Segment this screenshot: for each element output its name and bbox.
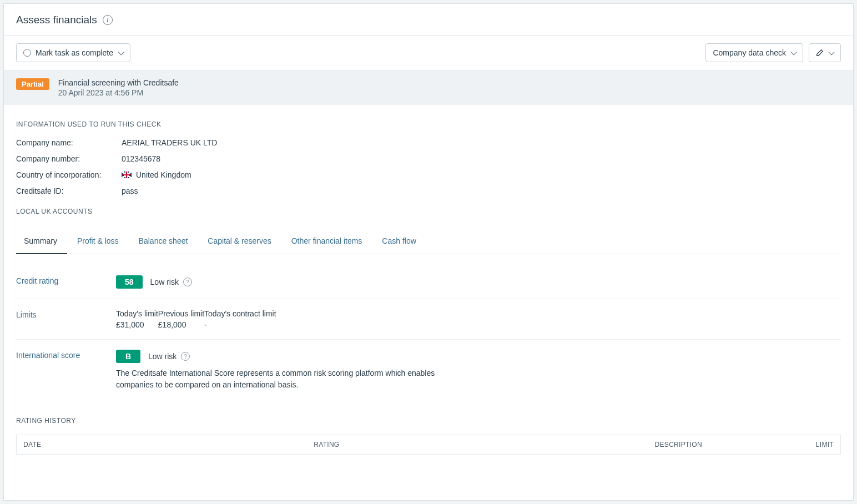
info-section-heading: INFORMATION USED TO RUN THIS CHECK	[16, 120, 841, 128]
credit-score-badge: 58	[116, 275, 143, 289]
tab-profit-loss[interactable]: Profit & loss	[67, 229, 129, 254]
col-description: DESCRIPTION	[346, 435, 709, 455]
status-info: Financial screening with Creditsafe 20 A…	[58, 78, 179, 97]
limits-value: Today's limit £31,000 Previous limit £18…	[116, 309, 841, 329]
tab-cash-flow[interactable]: Cash flow	[372, 229, 426, 254]
circle-icon	[23, 49, 31, 57]
country-text: United Kingdom	[136, 170, 191, 179]
contract-limit-value: -	[204, 320, 276, 329]
international-desc-line1: The Creditsafe International Score repre…	[116, 367, 841, 379]
status-bar: Partial Financial screening with Credits…	[4, 70, 853, 105]
rating-history-heading: RATING HISTORY	[16, 417, 841, 425]
help-icon[interactable]: ?	[181, 352, 190, 361]
previous-limit-value: £18,000	[158, 320, 204, 329]
company-number-label: Company number:	[16, 154, 122, 163]
tab-capital-reserves[interactable]: Capital & reserves	[198, 229, 281, 254]
international-label: International score	[16, 350, 116, 360]
today-limit-label: Today's limit	[116, 309, 158, 318]
international-desc-line2: companies to be compared on an internati…	[116, 379, 841, 391]
country-label: Country of incorporation:	[16, 170, 122, 179]
page-title: Assess financials	[16, 14, 97, 26]
summary-row-international: International score B Low risk ? The Cre…	[16, 340, 841, 401]
chevron-down-icon	[790, 51, 796, 54]
company-number-value: 012345678	[122, 154, 160, 163]
international-value: B Low risk ? The Creditsafe Internationa…	[116, 350, 841, 391]
limit-col-today: Today's limit £31,000	[116, 309, 158, 329]
toolbar: Mark task as complete Company data check	[4, 36, 853, 70]
creditsafe-id-value: pass	[122, 187, 138, 195]
col-date: DATE	[17, 435, 223, 455]
status-date: 20 April 2023 at 4:56 PM	[58, 88, 179, 97]
tab-balance-sheet[interactable]: Balance sheet	[129, 229, 198, 254]
credit-risk-label: Low risk	[150, 278, 179, 286]
uk-flag-icon	[122, 172, 132, 178]
company-data-check-button[interactable]: Company data check	[705, 43, 803, 62]
info-icon[interactable]: i	[103, 15, 113, 25]
mark-complete-label: Mark task as complete	[36, 48, 113, 57]
col-limit: LIMIT	[709, 435, 841, 455]
info-row-company-number: Company number: 012345678	[16, 154, 841, 163]
previous-limit-label: Previous limit	[158, 309, 204, 318]
tabs: Summary Profit & loss Balance sheet Capi…	[16, 229, 841, 254]
summary-row-credit-rating: Credit rating 58 Low risk ?	[16, 265, 841, 299]
status-badge: Partial	[16, 78, 49, 90]
accounts-heading: LOCAL UK ACCOUNTS	[16, 208, 841, 215]
chevron-down-icon	[828, 51, 834, 54]
content: INFORMATION USED TO RUN THIS CHECK Compa…	[4, 105, 853, 470]
credit-rating-label: Credit rating	[16, 275, 116, 285]
limit-col-previous: Previous limit £18,000	[158, 309, 204, 329]
country-value: United Kingdom	[122, 170, 191, 179]
help-icon[interactable]: ?	[183, 278, 192, 286]
main-window: Assess financials i Mark task as complet…	[3, 3, 854, 501]
company-name-value: AERIAL TRADERS UK LTD	[122, 138, 217, 147]
info-row-creditsafe-id: Creditsafe ID: pass	[16, 187, 841, 195]
credit-rating-value: 58 Low risk ?	[116, 275, 841, 289]
limit-col-contract: Today's contract limit -	[204, 309, 276, 329]
limits-label: Limits	[16, 309, 116, 319]
summary-section: Credit rating 58 Low risk ? Limits Today…	[16, 265, 841, 401]
creditsafe-id-label: Creditsafe ID:	[16, 187, 122, 195]
tab-other-financial[interactable]: Other financial items	[281, 229, 372, 254]
tab-summary[interactable]: Summary	[16, 229, 67, 254]
col-rating: RATING	[223, 435, 346, 455]
pencil-icon	[816, 49, 824, 57]
data-check-label: Company data check	[713, 48, 786, 57]
info-row-company-name: Company name: AERIAL TRADERS UK LTD	[16, 138, 841, 147]
page-header: Assess financials i	[4, 4, 853, 36]
contract-limit-label: Today's contract limit	[204, 309, 276, 318]
chevron-down-icon	[118, 51, 123, 54]
info-row-country: Country of incorporation: United Kingdom	[16, 170, 841, 179]
today-limit-value: £31,000	[116, 320, 158, 329]
edit-button[interactable]	[809, 43, 841, 62]
company-name-label: Company name:	[16, 138, 122, 147]
toolbar-right: Company data check	[705, 43, 841, 62]
status-title: Financial screening with Creditsafe	[58, 78, 179, 87]
summary-row-limits: Limits Today's limit £31,000 Previous li…	[16, 299, 841, 340]
mark-complete-button[interactable]: Mark task as complete	[16, 43, 130, 62]
rating-history-table: DATE RATING DESCRIPTION LIMIT	[16, 435, 841, 455]
international-risk-label: Low risk	[148, 352, 177, 361]
international-score-badge: B	[116, 350, 140, 363]
